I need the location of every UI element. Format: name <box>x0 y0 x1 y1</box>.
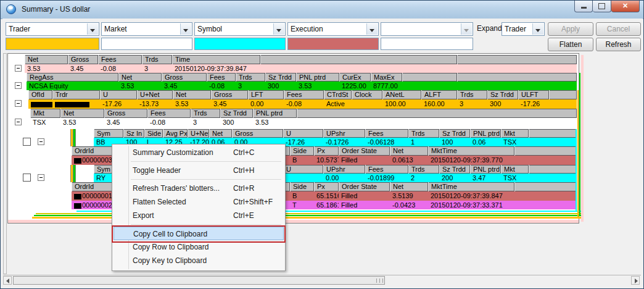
trader-row[interactable]: -17.26-13.733.533.450.00-0.08Active100.0… <box>7 99 579 109</box>
cancel-button[interactable]: Cancel <box>596 22 641 36</box>
apply-button[interactable]: Apply <box>548 22 593 36</box>
filter-combo-symbol[interactable]: Symbol <box>194 22 286 36</box>
data-cell[interactable]: 3 <box>142 64 172 73</box>
data-cell[interactable]: -0.01899 <box>365 174 408 182</box>
data-cell[interactable]: 3 <box>457 99 487 109</box>
data-cell[interactable]: 3.53 <box>296 82 339 90</box>
data-cell[interactable]: 100 <box>439 138 470 146</box>
filter-value-field[interactable] <box>381 38 473 50</box>
menu-item-summary-customization[interactable]: Summary CustomizationCtrl+C <box>114 146 284 159</box>
scroll-right-button[interactable] <box>631 276 640 285</box>
data-cell[interactable]: -17.26 <box>100 99 137 109</box>
scroll-left-button[interactable] <box>3 276 12 285</box>
data-cell[interactable]: -17.26 <box>283 138 323 146</box>
data-cell[interactable]: 3.53 <box>253 118 297 127</box>
data-cell[interactable] <box>514 201 577 209</box>
collapse-expander-icon[interactable] <box>38 174 44 181</box>
data-cell[interactable]: -0.08 <box>98 64 142 73</box>
data-cell[interactable]: 0.00 <box>323 174 365 182</box>
data-cell[interactable] <box>52 99 100 109</box>
refresh-button[interactable]: Refresh <box>596 38 641 51</box>
menu-item-copy-key-to-clipboard[interactable]: Copy Key to Clipboard <box>114 254 284 267</box>
data-cell[interactable] <box>457 82 577 90</box>
close-button[interactable]: ✕ <box>611 1 640 12</box>
data-cell[interactable]: 3.45 <box>104 118 147 127</box>
data-cell[interactable] <box>402 82 457 90</box>
data-cell[interactable]: 300 <box>487 99 518 109</box>
data-cell[interactable]: Filled <box>339 156 390 165</box>
data-cell[interactable]: Filled <box>339 201 390 209</box>
data-cell[interactable] <box>514 191 577 201</box>
regass-row[interactable]: NCSA Equity3.533.45-0.0833003.531225.008… <box>7 82 579 90</box>
data-cell[interactable]: Active <box>324 99 352 109</box>
data-cell[interactable]: -13.73 <box>137 99 173 109</box>
collapse-expander-icon[interactable] <box>15 100 22 107</box>
filter-value-field[interactable] <box>101 38 192 50</box>
data-cell[interactable] <box>352 99 382 109</box>
data-cell[interactable]: 100.00 <box>382 99 421 109</box>
filter-value-field[interactable] <box>287 38 379 50</box>
filter-value-field[interactable] <box>6 38 99 50</box>
data-cell[interactable]: 1 <box>408 138 439 146</box>
menu-item-copy-row-to-clipboard[interactable]: Copy Row to Clipboard <box>114 240 284 254</box>
filter-combo-trader[interactable]: Trader <box>6 22 99 36</box>
filter-combo-empty[interactable] <box>381 22 473 36</box>
data-cell[interactable]: T <box>290 201 314 209</box>
menu-item-toggle-header[interactable]: Toggle HeaderCtrl+H <box>114 164 284 177</box>
data-cell[interactable]: 0.0613 <box>390 156 428 165</box>
data-cell[interactable]: 3.53 <box>118 82 162 90</box>
data-cell[interactable]: Filled <box>339 191 390 201</box>
data-cell[interactable] <box>283 174 323 182</box>
data-cell[interactable]: 10.573767 <box>314 156 339 165</box>
data-cell[interactable]: NCSA Equity <box>27 82 118 90</box>
data-cell[interactable]: TSX <box>501 174 529 182</box>
data-cell[interactable] <box>260 64 457 73</box>
left-scrollbar[interactable] <box>3 53 7 274</box>
data-cell[interactable] <box>514 156 577 165</box>
data-cell[interactable] <box>28 99 52 109</box>
currency-total-row[interactable]: 3.533.45-0.08320150120-09:37:39.847 <box>7 64 579 73</box>
menu-item-refresh-traders-blotters[interactable]: Refresh Traders' blotters...Ctrl+R <box>114 182 284 195</box>
collapse-expander-icon[interactable] <box>15 119 22 125</box>
data-cell[interactable]: 3.45 <box>68 64 98 73</box>
data-cell[interactable]: 0.00 <box>248 99 284 109</box>
expand-combo[interactable]: Trader <box>502 22 545 36</box>
data-cell[interactable]: -0.08 <box>207 82 236 90</box>
data-cell[interactable]: B <box>290 191 314 201</box>
order-row-bb-1[interactable]: 00000003M17B10.573767Filled0.06132015012… <box>7 156 579 165</box>
filter-value-field[interactable] <box>194 38 286 50</box>
data-cell[interactable]: -0.0423 <box>390 201 428 209</box>
data-cell[interactable]: 8777.00 <box>371 82 402 90</box>
collapse-expander-icon[interactable] <box>15 65 22 72</box>
data-cell[interactable]: -0.06128 <box>365 138 408 146</box>
minimize-button[interactable] <box>574 1 593 12</box>
data-cell[interactable]: 300 <box>220 118 253 127</box>
data-cell[interactable]: 20150120-09:37:39.847 <box>172 64 260 73</box>
data-cell[interactable]: 1225.00 <box>339 82 371 90</box>
data-cell[interactable]: 200 <box>439 174 470 182</box>
data-cell[interactable] <box>529 174 577 182</box>
collapse-expander-icon[interactable] <box>38 138 44 145</box>
symbol-row-ry[interactable]: RY0-00.00-0.0189922003.47TSX <box>7 174 579 182</box>
symbol-row-bb[interactable]: BB100L12.25-17.200.060.00-17.26-0.1726-0… <box>7 138 579 146</box>
data-cell[interactable]: 300 <box>265 82 296 90</box>
horizontal-scrollbar[interactable] <box>3 275 641 285</box>
data-cell[interactable]: TSX <box>30 118 60 127</box>
data-cell[interactable]: 3.45 <box>211 99 248 109</box>
data-cell[interactable]: 160.00 <box>421 99 457 109</box>
data-cell[interactable]: TSX <box>501 138 529 146</box>
collapse-expander-icon[interactable] <box>15 82 22 89</box>
data-cell[interactable]: -17.26 <box>518 99 549 109</box>
data-cell[interactable] <box>529 138 577 146</box>
scrollbar-thumb[interactable] <box>13 276 385 285</box>
data-cell[interactable]: 20150120-09:37:39.770 <box>428 156 514 165</box>
menu-item-export[interactable]: ExportCtrl+E <box>114 209 284 222</box>
flatten-button[interactable]: Flatten <box>548 38 593 51</box>
data-cell[interactable]: 20150120-09:37:39.847 <box>428 191 514 201</box>
maximize-button[interactable] <box>593 1 611 12</box>
data-cell[interactable] <box>549 99 577 109</box>
data-cell[interactable]: 3.45 <box>162 82 207 90</box>
market-row[interactable]: TSX3.533.45-0.0833003.53 <box>7 118 579 127</box>
data-cell[interactable]: 3 <box>191 118 220 127</box>
data-cell[interactable]: -0.08 <box>284 99 324 109</box>
